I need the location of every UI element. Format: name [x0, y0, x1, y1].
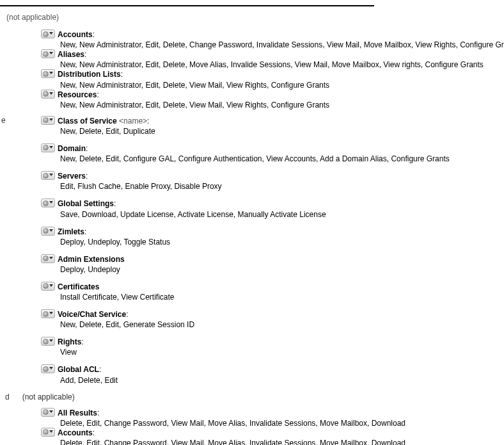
dropdown-toggle[interactable]: [41, 227, 55, 236]
not-applicable-top: (not applicable): [6, 13, 504, 22]
not-applicable-mid: (not applicable): [22, 392, 75, 401]
item-actions: New, Delete, Edit, Duplicate: [41, 127, 504, 136]
dropdown-toggle[interactable]: [41, 337, 55, 346]
dropdown-toggle[interactable]: [41, 90, 55, 99]
list-item: Accounts:: [41, 29, 504, 40]
item-heading: All Results: [58, 409, 97, 417]
item-colon: :: [114, 199, 116, 208]
item-actions: Deploy, Undeploy, Toggle Status: [41, 238, 504, 247]
item-actions: Add, Delete, Edit: [41, 376, 504, 385]
item-actions: Deploy, Undeploy: [41, 265, 504, 274]
list-item: Accounts:: [41, 428, 504, 438]
item-suffix: <name>: [117, 117, 147, 125]
list-item: Class of Service <name>:: [41, 116, 504, 126]
item-heading: Servers: [58, 172, 86, 181]
item-actions: New, Delete, Edit, Configure GAL, Config…: [41, 154, 504, 163]
item-colon: :: [126, 310, 128, 319]
item-actions: New, New Administrator, Edit, Delete, Ch…: [41, 40, 504, 49]
dropdown-toggle[interactable]: [41, 198, 55, 207]
side-letter-e: e: [1, 116, 6, 125]
list-item: Resources:: [41, 90, 504, 100]
item-actions: View: [41, 348, 504, 357]
item-heading: Voice/Chat Service: [58, 310, 126, 319]
item-heading: Admin Extensions: [58, 255, 125, 264]
top-border: [0, 5, 374, 6]
dropdown-toggle[interactable]: [41, 282, 55, 291]
side-letter-d: d: [5, 392, 10, 401]
item-heading: Accounts: [58, 30, 93, 39]
list-item: All Results:: [41, 408, 504, 418]
dropdown-toggle[interactable]: [41, 69, 55, 78]
item-colon: :: [86, 144, 88, 153]
item-heading: Global ACL: [58, 365, 99, 374]
dropdown-toggle[interactable]: [41, 171, 55, 180]
list-item: Aliases:: [41, 49, 504, 60]
item-colon: :: [121, 70, 123, 79]
item-heading: Distribution Lists: [58, 70, 121, 79]
item-heading: Domain: [58, 144, 86, 153]
item-colon: :: [84, 50, 86, 59]
dropdown-toggle[interactable]: [41, 364, 55, 373]
item-colon: :: [97, 409, 99, 417]
item-actions: Delete, Edit, Change Password, View Mail…: [41, 439, 504, 445]
list-item: Admin Extensions: [41, 254, 504, 264]
item-heading: Certificates: [58, 282, 99, 291]
item-colon: :: [97, 90, 98, 99]
dropdown-toggle[interactable]: [41, 143, 55, 152]
item-heading: Aliases: [58, 50, 84, 59]
list-item: Distribution Lists:: [41, 69, 504, 79]
dropdown-toggle[interactable]: [41, 29, 55, 38]
list-item: Global Settings:: [41, 198, 504, 209]
dropdown-toggle[interactable]: [41, 408, 55, 417]
item-colon: :: [86, 172, 88, 181]
list-item: Voice/Chat Service:: [41, 309, 504, 320]
list-item: Certificates: [41, 282, 504, 292]
dropdown-toggle[interactable]: [41, 309, 55, 318]
item-heading: Global Settings: [58, 199, 114, 208]
item-heading: Rights: [58, 337, 81, 346]
item-colon: :: [84, 227, 86, 236]
item-heading: Zimlets: [58, 227, 84, 236]
dropdown-toggle[interactable]: [41, 116, 55, 125]
list-item: Zimlets:: [41, 227, 504, 237]
item-actions: New, New Administrator, Edit, Delete, Vi…: [41, 81, 504, 90]
item-actions: Edit, Flush Cache, Enable Proxy, Disable…: [41, 182, 504, 191]
list-item: Domain:: [41, 143, 504, 154]
item-colon: :: [93, 428, 95, 437]
item-colon: :: [93, 30, 95, 39]
list-item: Servers:: [41, 171, 504, 181]
item-heading: Class of Service: [58, 117, 117, 125]
item-actions: Save, Download, Update License, Activate…: [41, 210, 504, 219]
item-heading: Accounts: [58, 428, 93, 437]
item-actions: Delete, Edit, Change Password, View Mail…: [41, 419, 504, 428]
item-colon: :: [147, 117, 149, 125]
item-colon: :: [81, 337, 83, 346]
dropdown-toggle[interactable]: [41, 49, 55, 58]
item-colon: :: [99, 365, 101, 374]
item-actions: New, New Administrator, Edit, Delete, Vi…: [41, 101, 504, 109]
item-actions: New, Delete, Edit, Generate Session ID: [41, 320, 504, 329]
item-actions: Install Certificate, View Certificate: [41, 293, 504, 302]
dropdown-toggle[interactable]: [41, 428, 55, 437]
list-item: Rights:: [41, 337, 504, 347]
item-heading: Resources: [58, 90, 97, 99]
dropdown-toggle[interactable]: [41, 254, 55, 263]
list-item: Global ACL:: [41, 364, 504, 375]
item-actions: New, New Administrator, Edit, Delete, Mo…: [41, 60, 504, 69]
